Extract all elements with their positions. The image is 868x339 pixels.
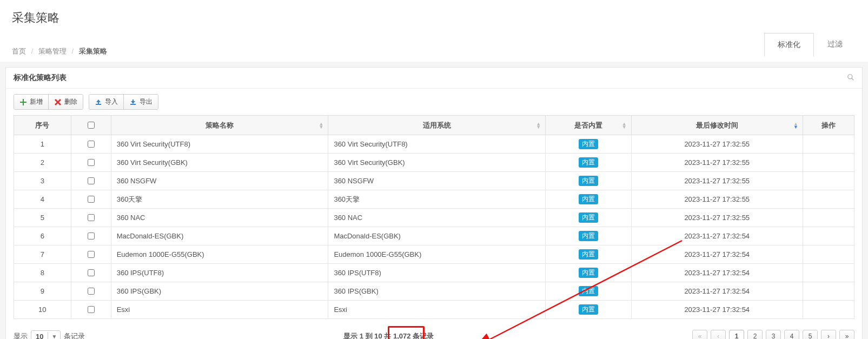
cell-builtin: 内置 <box>546 282 632 301</box>
page-size-select[interactable]: 10 ▼ <box>31 330 61 340</box>
page-number-button[interactable]: 5 <box>803 330 818 339</box>
row-checkbox[interactable] <box>88 177 95 184</box>
cell-name: 360 IPS(GBK) <box>111 282 328 301</box>
cell-seq: 3 <box>14 172 71 190</box>
row-checkbox[interactable] <box>88 251 95 258</box>
cell-checkbox <box>71 227 111 245</box>
page-first-button[interactable]: « <box>692 330 707 339</box>
cell-name: MacDonald-ES(GBK) <box>111 227 328 245</box>
import-button[interactable]: 导入 <box>89 95 123 109</box>
col-system-header[interactable]: 适用系统 ▲▼ <box>328 116 546 135</box>
cell-action <box>803 154 854 172</box>
annotation-highlight-box <box>388 326 425 339</box>
col-name-header[interactable]: 策略名称 ▲▼ <box>111 116 328 135</box>
breadcrumb-mid[interactable]: 策略管理 <box>38 47 67 55</box>
cell-action <box>803 135 854 154</box>
cell-name: 360 NAC <box>111 209 328 227</box>
table-row: 5360 NAC360 NAC内置2023-11-27 17:32:55 <box>14 209 854 227</box>
select-all-checkbox[interactable] <box>88 122 95 129</box>
row-checkbox[interactable] <box>88 196 95 203</box>
delete-button[interactable]: 删除 <box>48 95 83 109</box>
import-button-label: 导入 <box>105 97 118 107</box>
breadcrumb: 首页 / 策略管理 / 采集策略 <box>12 46 107 56</box>
col-checkbox-header <box>71 116 111 135</box>
builtin-badge: 内置 <box>579 249 598 260</box>
cell-seq: 4 <box>14 190 71 209</box>
page-number-button[interactable]: 2 <box>747 330 763 339</box>
table-row: 6MacDonald-ES(GBK)MacDonald-ES(GBK)内置202… <box>14 227 854 245</box>
cell-mtime: 2023-11-27 17:32:55 <box>631 209 803 227</box>
cell-checkbox <box>71 135 111 154</box>
tabs: 标准化 过滤 <box>764 32 856 56</box>
cell-system: MacDonald-ES(GBK) <box>328 227 546 245</box>
row-checkbox[interactable] <box>88 306 95 313</box>
cell-name: Eudemon 1000E-G55(GBK) <box>111 245 328 264</box>
cell-checkbox <box>71 301 111 319</box>
cell-system: 360 Virt Security(UTF8) <box>328 135 546 154</box>
col-seq-header: 序号 <box>14 116 71 135</box>
page-next-button[interactable]: › <box>821 330 836 339</box>
table-row: 7Eudemon 1000E-G55(GBK)Eudemon 1000E-G55… <box>14 245 854 264</box>
cell-mtime: 2023-11-27 17:32:55 <box>631 154 803 172</box>
cell-builtin: 内置 <box>546 264 632 282</box>
col-action-header: 操作 <box>803 116 854 135</box>
cell-name: 360 Virt Security(UTF8) <box>111 135 328 154</box>
row-checkbox[interactable] <box>88 159 95 166</box>
builtin-badge: 内置 <box>579 286 598 296</box>
col-mtime-header[interactable]: 最后修改时间 ▲▼ <box>631 116 803 135</box>
add-button[interactable]: 新增 <box>14 95 48 109</box>
cell-mtime: 2023-11-27 17:32:55 <box>631 172 803 190</box>
export-button[interactable]: 导出 <box>123 95 158 109</box>
caret-down-icon: ▼ <box>48 332 60 340</box>
page-number-button[interactable]: 3 <box>766 330 781 339</box>
table-row: 9360 IPS(GBK)360 IPS(GBK)内置2023-11-27 17… <box>14 282 854 301</box>
page-number-button[interactable]: 4 <box>784 330 799 339</box>
cell-mtime: 2023-11-27 17:32:54 <box>631 264 803 282</box>
row-checkbox[interactable] <box>88 288 95 295</box>
cell-mtime: 2023-11-27 17:32:54 <box>631 301 803 319</box>
cell-seq: 1 <box>14 135 71 154</box>
col-builtin-header[interactable]: 是否内置 ▲▼ <box>546 116 632 135</box>
cell-builtin: 内置 <box>546 227 632 245</box>
row-checkbox[interactable] <box>88 214 95 221</box>
page-title: 采集策略 <box>12 10 856 26</box>
cell-seq: 5 <box>14 209 71 227</box>
cell-name: 360 NSGFW <box>111 172 328 190</box>
cell-seq: 2 <box>14 154 71 172</box>
cell-name: Esxi <box>111 301 328 319</box>
col-builtin-label: 是否内置 <box>574 121 602 129</box>
page-number-button[interactable]: 1 <box>729 330 744 339</box>
row-checkbox[interactable] <box>88 141 95 148</box>
row-checkbox[interactable] <box>88 232 95 240</box>
cross-icon <box>54 98 62 106</box>
breadcrumb-home[interactable]: 首页 <box>12 47 26 55</box>
table-row: 8360 IPS(UTF8)360 IPS(UTF8)内置2023-11-27 … <box>14 264 854 282</box>
toolbar: 新增 删除 导入 <box>6 89 862 115</box>
page-prev-button[interactable]: ‹ <box>711 330 726 339</box>
row-checkbox[interactable] <box>88 269 95 276</box>
cell-system: 360 Virt Security(GBK) <box>328 154 546 172</box>
cell-checkbox <box>71 282 111 301</box>
search-icon[interactable] <box>847 74 854 83</box>
cell-builtin: 内置 <box>546 135 632 154</box>
show-suffix: 条记录 <box>64 331 85 339</box>
sort-icon: ▲▼ <box>319 122 323 129</box>
page-last-button[interactable]: » <box>839 330 854 339</box>
cell-seq: 8 <box>14 264 71 282</box>
col-mtime-label: 最后修改时间 <box>696 121 738 129</box>
cell-mtime: 2023-11-27 17:32:55 <box>631 190 803 209</box>
table-row: 3360 NSGFW360 NSGFW内置2023-11-27 17:32:55 <box>14 172 854 190</box>
pagination: « ‹ 1 2 3 4 5 › » <box>692 330 854 339</box>
tab-filter[interactable]: 过滤 <box>814 32 856 56</box>
cell-seq: 7 <box>14 245 71 264</box>
cell-system: Eudemon 1000E-G55(GBK) <box>328 245 546 264</box>
cell-mtime: 2023-11-27 17:32:54 <box>631 227 803 245</box>
breadcrumb-sep: / <box>72 47 74 55</box>
cell-system: 360 NSGFW <box>328 172 546 190</box>
cell-name: 360天擎 <box>111 190 328 209</box>
cell-action <box>803 172 854 190</box>
tab-normalize[interactable]: 标准化 <box>764 33 814 57</box>
cell-builtin: 内置 <box>546 245 632 264</box>
cell-seq: 10 <box>14 301 71 319</box>
page-size-value: 10 <box>31 331 48 340</box>
